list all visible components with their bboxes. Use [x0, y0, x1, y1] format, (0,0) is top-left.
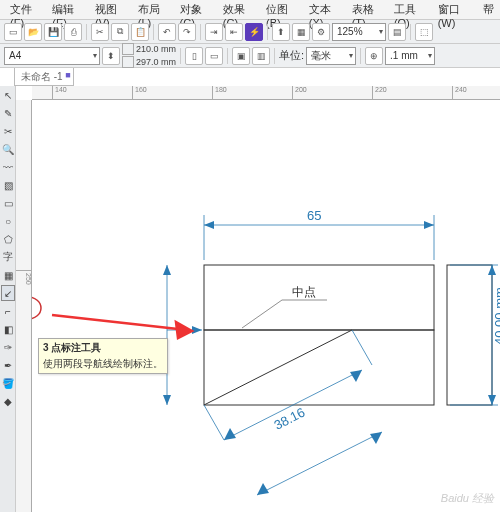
zoom-tool-icon[interactable]: 🔍: [1, 141, 15, 157]
effects-tool-icon[interactable]: ◧: [1, 321, 15, 337]
menu-help[interactable]: 帮: [477, 0, 500, 19]
menu-layout[interactable]: 布局(L): [132, 0, 174, 19]
dim-diag-value: 38.16: [272, 405, 308, 433]
svg-marker-18: [224, 428, 236, 440]
svg-marker-8: [488, 265, 496, 275]
shape-tool-icon[interactable]: ✎: [1, 105, 15, 121]
unit-label: 单位:: [279, 48, 304, 63]
height-icon: [122, 56, 134, 68]
menu-tools[interactable]: 工具(O): [388, 0, 432, 19]
separator: [153, 24, 154, 40]
rect-top[interactable]: [204, 265, 434, 330]
nudge-icon: ⊕: [365, 47, 383, 65]
cut-icon[interactable]: ✂: [91, 23, 109, 41]
options-icon[interactable]: ⚙: [312, 23, 330, 41]
svg-line-23: [242, 300, 282, 328]
menu-table[interactable]: 表格(T): [346, 0, 388, 19]
import-icon[interactable]: ⇥: [205, 23, 223, 41]
nudge-input[interactable]: .1 mm: [385, 47, 435, 65]
ruler-tick: 180: [212, 86, 227, 100]
svg-marker-21: [257, 483, 269, 495]
standard-toolbar: ▭ 📂 💾 ⎙ ✂ ⧉ 📋 ↶ ↷ ⇥ ⇤ ⚡ ⬆ ▦ ⚙ 125% ▤ ⬚: [0, 20, 500, 44]
export-icon[interactable]: ⇤: [225, 23, 243, 41]
tab-title: 未命名 -1: [21, 70, 63, 84]
tooltip-title: 3 点标注工具: [43, 341, 163, 355]
smart-fill-icon[interactable]: ▧: [1, 177, 15, 193]
crop-tool-icon[interactable]: ✂: [1, 123, 15, 139]
annotation-circle: [32, 297, 41, 319]
publish-icon[interactable]: ⬆: [272, 23, 290, 41]
watermark: Baidu 经验: [441, 491, 494, 506]
pages-icon[interactable]: ▣: [232, 47, 250, 65]
ruler-tick: 220: [372, 86, 387, 100]
menu-view[interactable]: 视图(V): [89, 0, 132, 19]
ellipse-tool-icon[interactable]: ○: [1, 213, 15, 229]
ruler-tick: 240: [452, 86, 467, 100]
menu-bitmap[interactable]: 位图(B): [260, 0, 303, 19]
save-icon[interactable]: 💾: [44, 23, 62, 41]
document-tab[interactable]: 未命名 -1 ■: [14, 68, 74, 86]
svg-marker-22: [370, 432, 382, 444]
paste-icon[interactable]: 📋: [131, 23, 149, 41]
outline-tool-icon[interactable]: ✒: [1, 357, 15, 373]
copy-icon[interactable]: ⧉: [111, 23, 129, 41]
redo-icon[interactable]: ↷: [178, 23, 196, 41]
text-tool-icon[interactable]: 字: [1, 249, 15, 265]
page-height[interactable]: 297.0 mm: [136, 57, 176, 67]
zoom-combo[interactable]: 125%: [332, 23, 386, 41]
callout-tool-icon[interactable]: ↙: [1, 285, 15, 301]
midpoint-leader[interactable]: 中点: [242, 285, 327, 328]
snap-icon[interactable]: ▦: [292, 23, 310, 41]
diagonal-line[interactable]: [204, 330, 352, 405]
rect-bottom[interactable]: [204, 330, 434, 405]
svg-line-20: [257, 432, 382, 495]
separator: [86, 24, 87, 40]
polygon-tool-icon[interactable]: ⬠: [1, 231, 15, 247]
pick-tool-icon[interactable]: ↖: [1, 87, 15, 103]
tooltip-desc: 使用两段导航线绘制标注。: [43, 357, 163, 371]
portrait-icon[interactable]: ▯: [185, 47, 203, 65]
landscape-icon[interactable]: ▭: [205, 47, 223, 65]
canvas-area: 140 160 180 200 220 240 250 65: [16, 86, 500, 512]
dimension-bottom-arrow[interactable]: [257, 432, 382, 495]
new-icon[interactable]: ▭: [4, 23, 22, 41]
snap-to-icon[interactable]: ▤: [388, 23, 406, 41]
paper-width-icon: ⬍: [102, 47, 120, 65]
facing-icon[interactable]: ▥: [252, 47, 270, 65]
svg-marker-9: [488, 395, 496, 405]
ruler-tick: 140: [52, 86, 67, 100]
connector-tool-icon[interactable]: ⌐: [1, 303, 15, 319]
rectangle-tool-icon[interactable]: ▭: [1, 195, 15, 211]
dimension-diagonal[interactable]: 38.16: [204, 330, 372, 440]
menu-window[interactable]: 窗口(W): [432, 0, 477, 19]
menu-edit[interactable]: 编辑(E): [46, 0, 89, 19]
page-width[interactable]: 210.0 mm: [136, 44, 176, 54]
eyedropper-tool-icon[interactable]: ✑: [1, 339, 15, 355]
paper-size-combo[interactable]: A4: [4, 47, 100, 65]
property-bar: A4 ⬍ 210.0 mm 297.0 mm ▯ ▭ ▣ ▥ 单位: 毫米 ⊕ …: [0, 44, 500, 68]
dimension-top[interactable]: 65: [204, 208, 434, 260]
menu-effect[interactable]: 效果(C): [217, 0, 260, 19]
vertical-ruler: 250: [16, 100, 32, 512]
table-tool-icon[interactable]: ▦: [1, 267, 15, 283]
horizontal-ruler: 140 160 180 200 220 240: [32, 86, 500, 100]
menu-text[interactable]: 文本(X): [303, 0, 346, 19]
undo-icon[interactable]: ↶: [158, 23, 176, 41]
ruler-tick: 200: [292, 86, 307, 100]
fill-tool-icon[interactable]: 🪣: [1, 375, 15, 391]
hint-icon[interactable]: ⬚: [415, 23, 433, 41]
close-icon[interactable]: ■: [65, 70, 70, 80]
drawing-page[interactable]: 65 40.00 mm: [32, 100, 500, 512]
freehand-tool-icon[interactable]: 〰: [1, 159, 15, 175]
unit-combo[interactable]: 毫米: [306, 47, 356, 65]
interactive-fill-icon[interactable]: ◆: [1, 393, 15, 409]
app-launcher-icon[interactable]: ⚡: [245, 23, 263, 41]
dim-top-value: 65: [307, 208, 321, 223]
menu-object[interactable]: 对象(C): [174, 0, 217, 19]
svg-marker-3: [204, 221, 214, 229]
menu-file[interactable]: 文件(F): [4, 0, 46, 19]
separator: [274, 48, 275, 64]
open-icon[interactable]: 📂: [24, 23, 42, 41]
print-icon[interactable]: ⎙: [64, 23, 82, 41]
rect-right[interactable]: [447, 265, 492, 405]
